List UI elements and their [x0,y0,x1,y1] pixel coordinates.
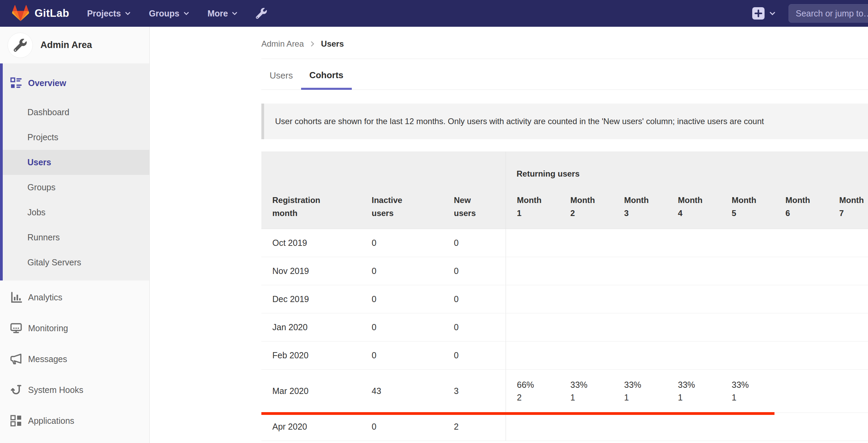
sidebar-item-messages[interactable]: Messages [0,344,149,374]
table-cell: 33% 1 [559,370,613,412]
tab-users[interactable]: Users [261,70,301,89]
chevron-down-icon [183,10,190,17]
table-cell: 0 [443,285,506,313]
table-cell [774,257,828,285]
table-cell [774,229,828,257]
sidebar-bottom-items: Analytics Monitoring Messages [0,280,149,436]
table-cell: 3 [443,370,506,412]
monitoring-icon [10,322,22,334]
sidebar-item-projects[interactable]: Projects [3,125,149,150]
table-cell: 33% 1 [667,370,721,412]
sidebar-item-groups[interactable]: Groups [3,175,149,200]
breadcrumb: Admin Area Users [261,27,868,59]
sidebar-item-system-hooks[interactable]: System Hooks [0,374,149,405]
admin-wrench-icon[interactable] [256,8,267,19]
red-highlight-line [261,412,774,415]
table-cell [828,413,868,441]
gitlab-logo-icon[interactable] [12,5,29,22]
table-cell: 0 [361,313,443,341]
table-cell: 0 [361,229,443,257]
sidebar-item-analytics[interactable]: Analytics [0,282,149,313]
table-cell [559,257,613,285]
sidebar-title: Admin Area [40,40,92,50]
table-cell: Nov 2019 [261,257,361,285]
table-cell [828,370,868,412]
chevron-down-icon[interactable] [769,10,776,17]
table-cell: 0 [361,413,443,441]
brand-title[interactable]: GitLab [35,7,69,20]
sidebar-item-label: Jobs [27,207,46,217]
table-cell: 66% 2 [506,370,559,412]
sidebar-item-applications[interactable]: Applications [0,405,149,436]
chevron-down-icon [231,10,238,17]
table-cell [721,229,774,257]
sidebar-item-label: Projects [27,132,58,142]
sidebar-item-users[interactable]: Users [3,150,149,175]
column-header-month-5: Month 5 [721,152,774,229]
table-cell: Feb 2020 [261,342,361,369]
search-input[interactable] [789,4,868,23]
top-navbar: GitLab Projects Groups More [0,0,868,27]
table-cell: 33% 1 [721,370,774,412]
column-header-inactive-users: Inactive users [361,152,443,229]
table-cell [667,342,721,369]
table-cell [613,313,667,341]
sidebar-item-label: Gitaly Servers [27,258,81,267]
table-cell [613,257,667,285]
nav-projects-menu[interactable]: Projects [87,9,131,19]
table-cell: 0 [443,342,506,369]
overview-icon [10,77,22,89]
nav-projects-label: Projects [87,9,121,19]
sidebar-item-runners[interactable]: Runners [3,225,149,250]
sidebar-item-label: Overview [28,78,66,88]
sidebar-item-monitoring[interactable]: Monitoring [0,313,149,344]
sidebar-item-label: Groups [27,182,55,192]
table-cell: 2 [443,413,506,441]
table-cell: 0 [443,229,506,257]
admin-area-avatar [8,33,33,58]
column-header-registration-month: Registration month [261,152,361,229]
table-cell: 0 [361,257,443,285]
table-cell [828,313,868,341]
table-cell [613,229,667,257]
sidebar-item-label: System Hooks [28,385,83,395]
wrench-icon [14,39,27,52]
sidebar-overview-section: Overview Dashboard Projects Users Groups… [0,63,149,280]
sidebar-item-overview[interactable]: Overview [3,68,149,98]
main-content: Admin Area Users Users Cohorts User coho… [150,27,868,443]
table-cell [721,413,774,441]
column-header-month-6: Month 6 [774,152,828,229]
new-plus-icon[interactable] [752,7,765,20]
nav-more-menu[interactable]: More [208,9,238,19]
table-cell [667,229,721,257]
table-cell [506,342,559,369]
sidebar-item-jobs[interactable]: Jobs [3,200,149,225]
column-header-month-3: Month 3 [613,152,667,229]
breadcrumb-admin-area[interactable]: Admin Area [261,39,304,49]
sidebar-item-dashboard[interactable]: Dashboard [3,100,149,125]
sidebar-item-label: Dashboard [27,107,69,117]
cohorts-table: Registration month Inactive users New us… [261,152,868,441]
sidebar-item-gitaly-servers[interactable]: Gitaly Servers [3,250,149,275]
cohorts-table-body: Oct 201900Nov 201900Dec 201900Jan 202000… [261,229,868,441]
table-cell [506,413,559,441]
column-header-month-7: Month 7 [828,152,868,229]
tab-cohorts[interactable]: Cohorts [301,70,352,90]
table-row: Feb 202000 [261,342,868,370]
table-cell [721,342,774,369]
table-cell [828,285,868,313]
table-cell [774,413,828,441]
table-cell [559,285,613,313]
sidebar-item-label: Users [27,157,51,167]
hook-icon [10,384,22,396]
nav-more-label: More [208,9,228,19]
table-cell [667,257,721,285]
sidebar-item-label: Runners [27,232,60,242]
returning-users-group-header: Returning users [517,169,580,179]
nav-groups-menu[interactable]: Groups [149,9,190,19]
table-cell [721,257,774,285]
column-header-month-1: Month 1 [506,152,559,229]
table-row: Dec 201900 [261,285,868,313]
users-tabs: Users Cohorts [261,59,868,90]
table-cell [506,313,559,341]
